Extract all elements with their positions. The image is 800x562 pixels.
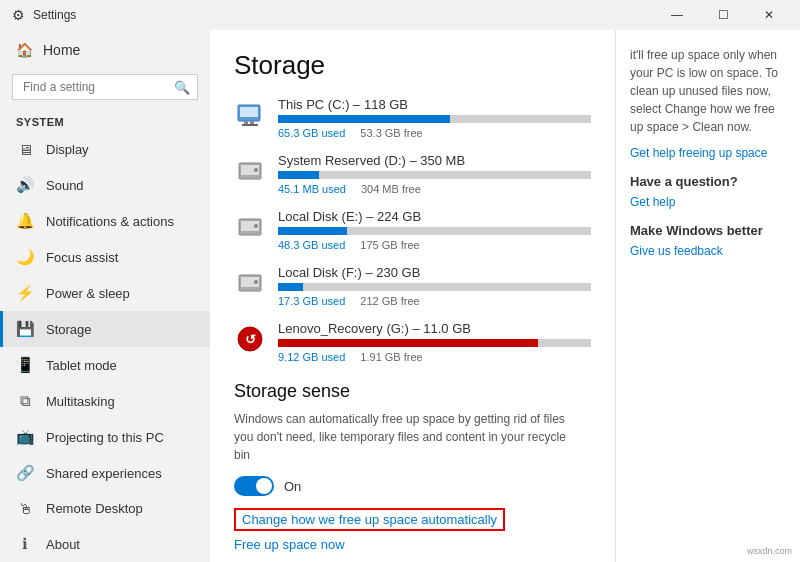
drive-e-free: 175 GB free: [360, 239, 419, 251]
svg-point-10: [254, 224, 258, 228]
svg-point-7: [254, 168, 258, 172]
drive-c-progress: [278, 115, 591, 123]
drive-c-details: This PC (C:) – 118 GB 65.3 GB used 53.3 …: [278, 97, 591, 139]
sidebar-item-tablet[interactable]: 📱 Tablet mode: [0, 347, 210, 383]
drive-f-name: Local Disk (F:) – 230 GB: [278, 265, 591, 280]
drive-e-progress: [278, 227, 591, 235]
sidebar-item-focus[interactable]: 🌙 Focus assist: [0, 239, 210, 275]
sidebar-item-sound[interactable]: 🔊 Sound: [0, 167, 210, 203]
sidebar-item-remote[interactable]: 🖱 Remote Desktop: [0, 491, 210, 526]
drive-c-icon: [234, 99, 266, 131]
sidebar-item-multitasking[interactable]: ⧉ Multitasking: [0, 383, 210, 419]
drive-e-fill: [278, 227, 347, 235]
sidebar-item-label: Focus assist: [46, 250, 118, 265]
drive-f-details: Local Disk (F:) – 230 GB 17.3 GB used 21…: [278, 265, 591, 307]
drive-e-stats: 48.3 GB used 175 GB free: [278, 239, 591, 251]
drive-g-free: 1.91 GB free: [360, 351, 422, 363]
sidebar-item-storage[interactable]: 💾 Storage: [0, 311, 210, 347]
drive-e-details: Local Disk (E:) – 224 GB 48.3 GB used 17…: [278, 209, 591, 251]
notifications-icon: 🔔: [16, 212, 34, 230]
search-icon: 🔍: [174, 80, 190, 95]
drive-c-stats: 65.3 GB used 53.3 GB free: [278, 127, 591, 139]
svg-rect-4: [242, 124, 258, 126]
multitasking-icon: ⧉: [16, 392, 34, 410]
drive-g-icon: ↺: [234, 323, 266, 355]
drive-d-used: 45.1 MB used: [278, 183, 346, 195]
sidebar-item-label: Display: [46, 142, 89, 157]
drive-f-free: 212 GB free: [360, 295, 419, 307]
change-how-link[interactable]: Change how we free up space automaticall…: [234, 508, 505, 531]
get-help-link[interactable]: Get help: [630, 195, 786, 209]
drive-e-used: 48.3 GB used: [278, 239, 345, 251]
right-panel-heading2: Have a question?: [630, 174, 786, 189]
about-icon: ℹ: [16, 535, 34, 553]
storage-sense-toggle[interactable]: [234, 476, 274, 496]
search-input[interactable]: [12, 74, 198, 100]
get-help-freeing-link[interactable]: Get help freeing up space: [630, 146, 786, 160]
sidebar-item-notifications[interactable]: 🔔 Notifications & actions: [0, 203, 210, 239]
sound-icon: 🔊: [16, 176, 34, 194]
right-panel: it'll free up space only when your PC is…: [615, 30, 800, 562]
storage-sense-title: Storage sense: [234, 381, 591, 402]
drive-f-icon: [234, 267, 266, 299]
drive-e-name: Local Disk (E:) – 224 GB: [278, 209, 591, 224]
sidebar-item-display[interactable]: 🖥 Display: [0, 132, 210, 167]
sidebar-item-power[interactable]: ⚡ Power & sleep: [0, 275, 210, 311]
drive-c: This PC (C:) – 118 GB 65.3 GB used 53.3 …: [234, 97, 591, 139]
sidebar-item-shared[interactable]: 🔗 Shared experiences: [0, 455, 210, 491]
sidebar-item-label: Sound: [46, 178, 84, 193]
close-button[interactable]: ✕: [746, 0, 792, 30]
drive-g-details: Lenovo_Recovery (G:) – 11.0 GB 9.12 GB u…: [278, 321, 591, 363]
drive-c-name: This PC (C:) – 118 GB: [278, 97, 591, 112]
watermark: wsxdn.com: [747, 546, 792, 556]
give-feedback-link[interactable]: Give us feedback: [630, 244, 786, 258]
sidebar-item-about[interactable]: ℹ About: [0, 526, 210, 562]
drive-g: ↺ Lenovo_Recovery (G:) – 11.0 GB 9.12 GB…: [234, 321, 591, 363]
sidebar-item-home[interactable]: 🏠 Home: [0, 30, 210, 70]
home-icon: 🏠: [16, 42, 33, 58]
drive-d: System Reserved (D:) – 350 MB 45.1 MB us…: [234, 153, 591, 195]
right-panel-body: it'll free up space only when your PC is…: [630, 46, 786, 136]
sidebar-item-projecting[interactable]: 📺 Projecting to this PC: [0, 419, 210, 455]
sidebar-item-label: Multitasking: [46, 394, 115, 409]
drive-f-progress: [278, 283, 591, 291]
svg-point-13: [254, 280, 258, 284]
tablet-icon: 📱: [16, 356, 34, 374]
maximize-button[interactable]: ☐: [700, 0, 746, 30]
drive-g-fill: [278, 339, 538, 347]
title-bar: ⚙ Settings — ☐ ✕: [0, 0, 800, 30]
drive-f-fill: [278, 283, 303, 291]
shared-icon: 🔗: [16, 464, 34, 482]
drive-d-stats: 45.1 MB used 304 MB free: [278, 183, 591, 195]
svg-text:↺: ↺: [245, 332, 256, 347]
free-up-link[interactable]: Free up space now: [234, 537, 345, 552]
drive-f: Local Disk (F:) – 230 GB 17.3 GB used 21…: [234, 265, 591, 307]
page-title: Storage: [234, 50, 591, 81]
storage-sense-toggle-row: On: [234, 476, 591, 496]
search-container: 🔍: [12, 74, 198, 100]
storage-icon: 💾: [16, 320, 34, 338]
remote-icon: 🖱: [16, 500, 34, 517]
drive-d-fill: [278, 171, 319, 179]
main-content: Storage This PC (C:) – 118 GB: [210, 30, 615, 562]
drive-c-fill: [278, 115, 450, 123]
sidebar-home-label: Home: [43, 42, 80, 58]
drive-e: Local Disk (E:) – 224 GB 48.3 GB used 17…: [234, 209, 591, 251]
minimize-button[interactable]: —: [654, 0, 700, 30]
storage-sense-desc: Windows can automatically free up space …: [234, 410, 574, 464]
sidebar-item-label: About: [46, 537, 80, 552]
drive-d-free: 304 MB free: [361, 183, 421, 195]
right-panel-heading3: Make Windows better: [630, 223, 786, 238]
drive-d-name: System Reserved (D:) – 350 MB: [278, 153, 591, 168]
projecting-icon: 📺: [16, 428, 34, 446]
sidebar-item-label: Power & sleep: [46, 286, 130, 301]
sidebar-item-label: Tablet mode: [46, 358, 117, 373]
drive-g-progress: [278, 339, 591, 347]
window-controls: — ☐ ✕: [654, 0, 792, 30]
display-icon: 🖥: [16, 141, 34, 158]
sidebar-section-label: System: [0, 108, 210, 132]
settings-icon: ⚙: [12, 7, 25, 23]
storage-sense-toggle-label: On: [284, 479, 301, 494]
svg-rect-1: [240, 107, 258, 117]
focus-icon: 🌙: [16, 248, 34, 266]
